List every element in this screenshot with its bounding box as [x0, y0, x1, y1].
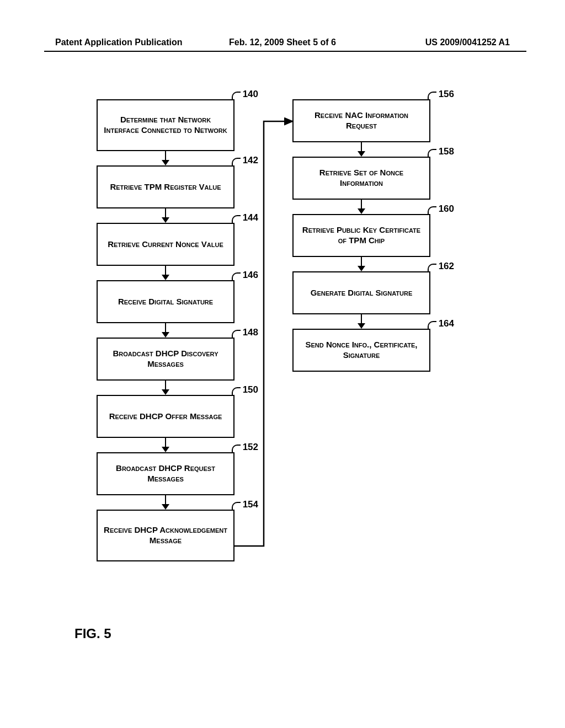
box-text: Retrieve TPM Register Value: [110, 182, 221, 192]
left-box-142: Retrieve TPM Register Value142: [97, 165, 234, 208]
box-text: Receive NAC Information Request: [298, 110, 425, 131]
left-box-154: Receive DHCP Acknowledgement Message154: [97, 510, 234, 561]
ref-number-text: 146: [243, 270, 258, 280]
ref-hook: [232, 387, 241, 395]
box-text: Broadcast DHCP Discovery Messages: [102, 349, 229, 370]
right-box-158: Retrieve Set of Nonce Information158: [292, 157, 430, 200]
ref-number-text: 154: [243, 499, 258, 510]
box-text: Send Nonce Info., Certificate, Signature: [298, 340, 425, 361]
right-column: Receive NAC Information Request156Retrie…: [292, 99, 430, 372]
arrow-down-icon: [292, 142, 430, 157]
arrow-down-icon: [292, 200, 430, 214]
left-box-140: Determine that Network Interface Connect…: [97, 99, 234, 151]
right-box-162: Generate Digital Signature162: [292, 271, 430, 314]
ref-number-text: 140: [243, 89, 258, 99]
ref-hook: [232, 158, 241, 165]
header-right: US 2009/0041252 A1: [358, 38, 510, 47]
ref-hook: [428, 321, 436, 329]
arrow-down-icon: [97, 381, 234, 395]
header-center: Feb. 12, 2009 Sheet 5 of 6: [207, 38, 359, 47]
page-header: Patent Application Publication Feb. 12, …: [55, 38, 510, 47]
ref-number: 160: [439, 203, 454, 215]
right-box-156: Receive NAC Information Request156: [292, 99, 430, 142]
ref-hook: [232, 330, 241, 338]
arrow-down-icon: [97, 266, 234, 280]
ref-number: 162: [439, 260, 454, 272]
ref-number: 140: [243, 88, 258, 100]
ref-hook: [428, 92, 436, 99]
ref-number: 146: [243, 269, 258, 281]
ref-hook: [232, 215, 241, 223]
arrow-down-icon: [292, 314, 430, 329]
arrow-down-icon: [97, 151, 234, 165]
ref-hook: [232, 92, 241, 99]
ref-number: 152: [243, 441, 258, 453]
left-box-150: Receive DHCP Offer Message150: [97, 395, 234, 438]
ref-hook: [232, 272, 241, 280]
ref-number-text: 164: [439, 318, 454, 329]
ref-number-text: 162: [439, 261, 454, 271]
box-text: Receive DHCP Acknowledgement Message: [102, 525, 229, 546]
ref-number-text: 158: [439, 146, 454, 157]
ref-number: 156: [439, 88, 454, 100]
ref-number-text: 152: [243, 442, 258, 452]
ref-hook: [428, 264, 436, 271]
ref-number: 158: [439, 146, 454, 157]
box-text: Retrieve Set of Nonce Information: [298, 168, 425, 189]
header-left: Patent Application Publication: [55, 38, 207, 47]
ref-number: 164: [439, 318, 454, 329]
left-column: Determine that Network Interface Connect…: [97, 99, 234, 561]
arrow-down-icon: [97, 438, 234, 452]
ref-number: 148: [243, 326, 258, 338]
ref-number: 154: [243, 499, 258, 510]
ref-hook: [428, 149, 436, 157]
ref-number-text: 156: [439, 89, 454, 99]
left-box-152: Broadcast DHCP Request Messages152: [97, 452, 234, 495]
ref-number-text: 148: [243, 327, 258, 338]
connector-154-to-156: [0, 99, 565, 598]
ref-hook: [232, 445, 241, 452]
ref-number: 144: [243, 212, 258, 223]
arrow-down-icon: [97, 208, 234, 223]
ref-number-text: 160: [439, 204, 454, 214]
box-text: Generate Digital Signature: [311, 288, 412, 298]
box-text: Receive DHCP Offer Message: [109, 411, 222, 422]
header-rule: [44, 51, 526, 52]
arrow-down-icon: [292, 257, 430, 271]
figure-label: FIG. 5: [74, 626, 111, 641]
ref-hook: [428, 206, 436, 214]
left-box-144: Retrieve Current Nonce Value144: [97, 223, 234, 266]
right-box-164: Send Nonce Info., Certificate, Signature…: [292, 329, 430, 372]
right-box-160: Retrieve Public Key Certificate of TPM C…: [292, 214, 430, 257]
left-box-148: Broadcast DHCP Discovery Messages148: [97, 338, 234, 381]
ref-number: 150: [243, 384, 258, 395]
box-text: Broadcast DHCP Request Messages: [102, 463, 229, 484]
ref-number-text: 150: [243, 384, 258, 395]
arrow-down-icon: [97, 323, 234, 338]
box-text: Retrieve Public Key Certificate of TPM C…: [298, 225, 425, 246]
ref-number: 142: [243, 154, 258, 166]
arrow-down-icon: [97, 495, 234, 510]
ref-hook: [232, 502, 241, 510]
ref-number-text: 144: [243, 212, 258, 223]
box-text: Determine that Network Interface Connect…: [102, 115, 229, 136]
box-text: Retrieve Current Nonce Value: [108, 239, 223, 250]
left-box-146: Receive Digital Signature146: [97, 280, 234, 323]
ref-number-text: 142: [243, 155, 258, 165]
box-text: Receive Digital Signature: [118, 297, 213, 307]
